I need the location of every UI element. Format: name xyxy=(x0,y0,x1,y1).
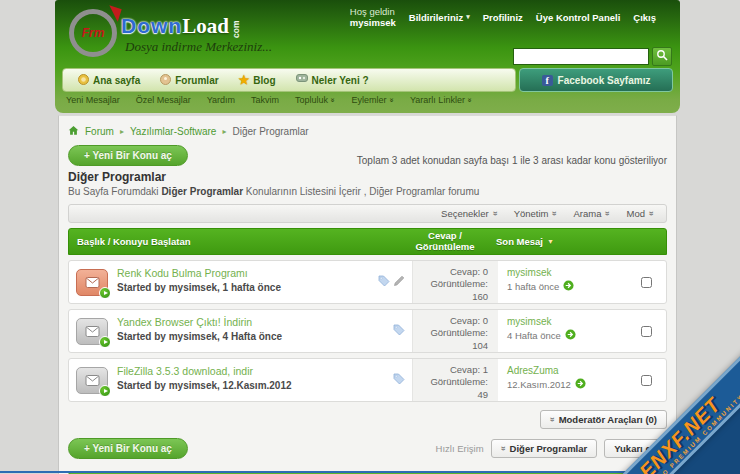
double-chevron-down-icon: « xyxy=(466,98,474,102)
toolbar-options[interactable]: Seçenekler« xyxy=(441,208,498,219)
welcome-text: Hoş geldin mysimsek xyxy=(350,6,396,28)
topic-select-checkbox[interactable] xyxy=(641,375,652,386)
new-topic-button-bottom[interactable]: + Yeni Bir Konu aç xyxy=(68,438,188,459)
sort-arrow-icon: ▼ xyxy=(547,238,554,245)
last-post-cell: AdresZuma 12.Kasım.2012 xyxy=(498,359,626,401)
secondary-navigation: Yeni Mesajlar Özel Mesajlar Yardım Takvi… xyxy=(66,95,670,105)
replies-views-cell: Cevap: 0 Görüntüleme: 104 xyxy=(412,310,498,352)
forums-tab-icon xyxy=(160,74,171,87)
goto-last-post-icon[interactable] xyxy=(563,280,574,293)
page-container: Hoş geldin mysimsek Bildirileriniz ▾ Pro… xyxy=(55,0,680,474)
subnav-community[interactable]: Topluluk« xyxy=(295,95,335,105)
tab-whats-new[interactable]: Neler Yeni ? xyxy=(287,69,378,91)
whats-new-icon xyxy=(296,74,308,86)
subnav-calendar[interactable]: Takvim xyxy=(251,95,279,105)
tab-home[interactable]: Ana sayfa xyxy=(69,69,149,91)
envelope-icon xyxy=(76,367,108,394)
table-row: Yandex Browser Çıktı! İndirin Started by… xyxy=(68,309,667,353)
search-icon xyxy=(656,49,668,64)
table-row: FileZilla 3.5.3 download, indir Started … xyxy=(68,358,667,402)
goto-first-unread-icon xyxy=(99,385,111,397)
breadcrumb-category[interactable]: Yazılımlar-Software xyxy=(130,126,217,137)
envelope-icon xyxy=(76,318,108,345)
logout-link[interactable]: Çıkış xyxy=(633,12,656,23)
facebook-icon: f xyxy=(542,75,553,86)
toolbar-management[interactable]: Yönetim« xyxy=(514,208,558,219)
topic-title-link[interactable]: Yandex Browser Çıktı! İndirin xyxy=(117,316,367,328)
tag-icon[interactable] xyxy=(393,322,405,340)
page-description: Bu Sayfa Forumdaki Diğer Programlar Konu… xyxy=(68,186,667,197)
subnav-help[interactable]: Yardım xyxy=(207,95,235,105)
user-topbar: Hoş geldin mysimsek Bildirileriniz ▾ Pro… xyxy=(350,6,656,28)
tab-blog[interactable]: ★ Blog xyxy=(230,69,285,91)
page-actions-top: + Yeni Bir Konu aç Toplam 3 adet konudan… xyxy=(68,145,667,166)
star-icon: ★ xyxy=(239,73,250,87)
replies-views-cell: Cevap: 1 Görüntüleme: 49 xyxy=(412,359,498,401)
breadcrumb-separator-icon: ▸ xyxy=(222,127,226,136)
search-input[interactable] xyxy=(513,48,649,65)
last-post-cell: mysimsek 4 Hafta önce xyxy=(498,310,626,352)
subnav-actions[interactable]: Eylemler« xyxy=(352,95,394,105)
goto-first-unread-icon xyxy=(99,287,111,299)
forum-page: Hoş geldin mysimsek Bildirileriniz ▾ Pro… xyxy=(0,0,740,474)
logo-badge-text: Frm xyxy=(82,26,105,40)
logo-tagline: Dosya indirme Merkeziniz... xyxy=(125,39,272,55)
subnav-new-messages[interactable]: Yeni Mesajlar xyxy=(66,95,120,105)
last-post-user-link[interactable]: mysimsek xyxy=(507,267,622,278)
double-chevron-down-icon: « xyxy=(603,211,612,216)
quick-forum-button[interactable]: « Diğer Programlar xyxy=(491,439,598,458)
topic-select-checkbox[interactable] xyxy=(641,277,652,288)
new-topic-button-top[interactable]: + Yeni Bir Konu aç xyxy=(68,145,188,166)
breadcrumb-forum[interactable]: Forum xyxy=(85,126,114,137)
breadcrumb-current: Diğer Programlar xyxy=(232,126,308,137)
subnav-private-messages[interactable]: Özel Mesajlar xyxy=(136,95,191,105)
quick-access-label: Hızlı Erişim xyxy=(436,443,484,454)
notifications-link[interactable]: Bildirileriniz ▾ xyxy=(409,12,470,23)
profile-link[interactable]: Profiliniz xyxy=(483,12,523,23)
home-tab-icon xyxy=(78,74,89,87)
logo-wordmark: DownLoadcom xyxy=(121,14,241,39)
greeting-label: Hoş geldin xyxy=(350,6,395,17)
username-link[interactable]: mysimsek xyxy=(350,17,396,28)
content-panel: Forum ▸ Yazılımlar-Software ▸ Diğer Prog… xyxy=(58,115,677,474)
double-chevron-down-icon: « xyxy=(548,417,557,422)
topic-select-checkbox[interactable] xyxy=(641,326,652,337)
pencil-icon xyxy=(393,273,405,291)
double-chevron-down-icon: « xyxy=(388,98,396,102)
envelope-hot-icon xyxy=(76,269,108,296)
tag-icon[interactable] xyxy=(393,371,405,389)
breadcrumb-separator-icon: ▸ xyxy=(120,127,124,136)
goto-last-post-icon[interactable] xyxy=(575,378,586,391)
column-header-title[interactable]: Başlık / Konuyu Başlatan xyxy=(69,236,402,247)
column-header-last-post[interactable]: Son Mesaj ▼ xyxy=(488,236,624,247)
goto-first-unread-icon xyxy=(99,336,111,348)
search-bar xyxy=(513,47,672,66)
search-button[interactable] xyxy=(652,47,672,66)
breadcrumb: Forum ▸ Yazılımlar-Software ▸ Diğer Prog… xyxy=(68,125,667,138)
toolbar-mod[interactable]: Mod« xyxy=(627,208,655,219)
site-logo[interactable]: Frm DownLoadcom Dosya indirme Merkeziniz… xyxy=(69,7,309,67)
table-row: Renk Kodu Bulma Programı Started by mysi… xyxy=(68,260,667,304)
double-chevron-down-icon: « xyxy=(329,98,337,102)
moderator-tools-button[interactable]: « Moderatör Araçları (0) xyxy=(540,410,667,429)
main-navigation: Ana sayfa Forumlar ★ Blog Neler Yeni ? xyxy=(62,68,673,92)
topic-title-link[interactable]: Renk Kodu Bulma Programı xyxy=(117,267,367,279)
double-chevron-down-icon: « xyxy=(491,211,500,216)
replies-views-cell: Cevap: 0 Görüntüleme: 160 xyxy=(412,261,498,303)
tab-forums[interactable]: Forumlar xyxy=(151,69,227,91)
facebook-page-button[interactable]: f Facebook Sayfamız xyxy=(519,68,673,92)
home-icon xyxy=(68,125,79,138)
page-title: Diğer Programlar xyxy=(68,170,667,184)
toolbar-search[interactable]: Arama« xyxy=(574,208,611,219)
column-header-replies[interactable]: Cevap / Görüntüleme xyxy=(402,231,488,253)
last-post-cell: mysimsek 1 hafta önce xyxy=(498,261,626,303)
last-post-user-link[interactable]: mysimsek xyxy=(507,316,622,327)
site-header: Hoş geldin mysimsek Bildirileriniz ▾ Pro… xyxy=(55,0,680,113)
subnav-useful-links[interactable]: Yararlı Linkler« xyxy=(410,95,472,105)
goto-last-post-icon[interactable] xyxy=(565,329,576,342)
user-control-panel-link[interactable]: Üye Kontrol Paneli xyxy=(536,12,620,23)
tag-icon[interactable] xyxy=(378,273,390,291)
topic-title-link[interactable]: FileZilla 3.5.3 download, indir xyxy=(117,365,367,377)
last-post-user-link[interactable]: AdresZuma xyxy=(507,365,622,376)
double-chevron-down-icon: « xyxy=(550,211,559,216)
